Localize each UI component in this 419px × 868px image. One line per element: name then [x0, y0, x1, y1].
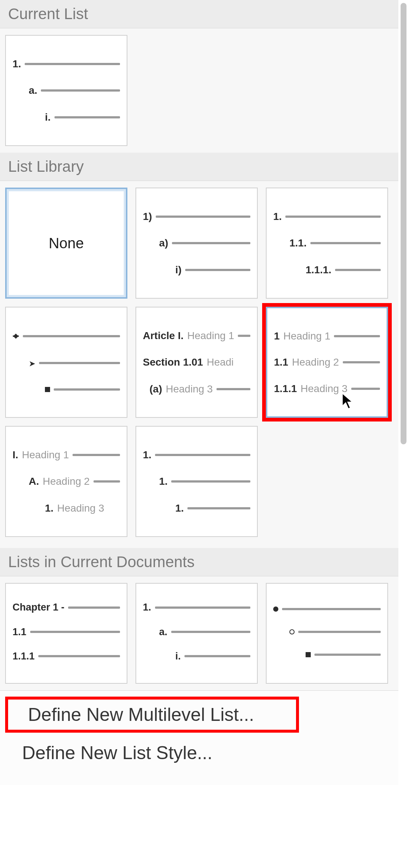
section-header-library: List Library	[0, 153, 409, 181]
library-tile-decimal[interactable]: 1. 1.1. 1.1.1.	[266, 188, 388, 299]
list-level-3: (a)Heading 3	[143, 383, 250, 395]
bottom-menu: Define New Multilevel List... Define New…	[0, 690, 409, 785]
library-tile-paren[interactable]: 1) a) i)	[135, 188, 258, 299]
docs-tile-chapter[interactable]: Chapter 1 - 1.1 1.1.1	[5, 583, 127, 684]
list-level-1: 1.	[13, 58, 120, 70]
section-title-library: List Library	[8, 158, 84, 175]
list-level-1	[13, 333, 120, 339]
list-level-1: Chapter 1 -	[13, 602, 120, 613]
list-level-1: 1)	[143, 211, 250, 223]
list-level-2: 1.	[143, 476, 250, 487]
disc-icon	[273, 606, 278, 612]
list-level-2: 1.1	[13, 626, 120, 638]
define-multilevel-list-menu-item[interactable]: Define New Multilevel List...	[6, 697, 298, 732]
section-body-docs: Chapter 1 - 1.1 1.1.1 1. a. i.	[0, 576, 409, 690]
list-level-3: i.	[143, 651, 250, 662]
section-header-docs: Lists in Current Documents	[0, 548, 409, 576]
library-tile-heading-decimal[interactable]: 1Heading 1 1.1Heading 2 1.1.1Heading 3	[266, 307, 388, 418]
list-level-1: I.Heading 1	[13, 449, 120, 461]
none-label: None	[49, 235, 84, 252]
circle-icon	[289, 629, 295, 634]
define-multilevel-list-label: Define New Multilevel List...	[28, 704, 254, 725]
list-level-3	[273, 652, 381, 657]
diamond-icon	[13, 333, 19, 339]
define-list-style-label: Define New List Style...	[22, 743, 212, 763]
list-level-3: 1.1.1Heading 3	[274, 383, 380, 395]
list-level-2	[273, 629, 381, 634]
section-title-docs: Lists in Current Documents	[8, 553, 195, 570]
arrow-icon	[29, 357, 35, 369]
multilevel-list-panel: Current List 1. a. i. List Library None …	[0, 0, 409, 868]
section-body-current: 1. a. i.	[0, 28, 409, 153]
library-tile-article[interactable]: Article I.Heading 1 Section 1.01Headi (a…	[135, 307, 258, 418]
section-title-current: Current List	[8, 5, 88, 22]
list-level-2: a.	[143, 626, 250, 638]
define-list-style-menu-item[interactable]: Define New List Style...	[0, 736, 409, 770]
list-level-1	[273, 606, 381, 612]
square-icon	[45, 387, 50, 392]
list-level-2: 1.1.	[273, 237, 381, 249]
list-level-3: 1.Heading 3	[13, 502, 120, 514]
scrollbar-thumb[interactable]	[401, 3, 406, 444]
list-level-3	[13, 387, 120, 392]
library-tile-heading-roman[interactable]: I.Heading 1 A.Heading 2 1.Heading 3	[5, 426, 127, 537]
scrollbar[interactable]	[398, 0, 409, 868]
docs-tile-alpha[interactable]: 1. a. i.	[135, 583, 258, 684]
list-level-3: i)	[143, 264, 250, 276]
list-level-1: 1.	[273, 211, 381, 223]
library-tile-ones[interactable]: 1. 1. 1.	[135, 426, 258, 537]
square-icon	[306, 652, 311, 657]
list-level-1: 1.	[143, 449, 250, 461]
list-level-2: a)	[143, 237, 250, 249]
docs-tile-bullets[interactable]	[266, 583, 388, 684]
list-level-2: a.	[13, 85, 120, 96]
list-level-3: 1.	[143, 502, 250, 514]
list-level-3: 1.1.1	[13, 651, 120, 662]
current-list-tile[interactable]: 1. a. i.	[5, 35, 127, 146]
list-level-1: 1.	[143, 602, 250, 613]
library-tile-bullets[interactable]	[5, 307, 127, 418]
list-level-2	[13, 357, 120, 369]
list-level-1: 1Heading 1	[274, 330, 380, 342]
section-header-current: Current List	[0, 0, 409, 28]
list-level-3: 1.1.1.	[273, 264, 381, 276]
list-level-1: Article I.Heading 1	[143, 330, 250, 342]
section-body-library: None 1) a) i) 1. 1.1. 1.1.1. Article I.H…	[0, 181, 409, 548]
library-tile-none[interactable]: None	[5, 188, 127, 299]
list-level-2: A.Heading 2	[13, 476, 120, 487]
list-level-2: 1.1Heading 2	[274, 356, 380, 368]
list-level-3: i.	[13, 111, 120, 123]
list-level-2: Section 1.01Headi	[143, 356, 250, 368]
